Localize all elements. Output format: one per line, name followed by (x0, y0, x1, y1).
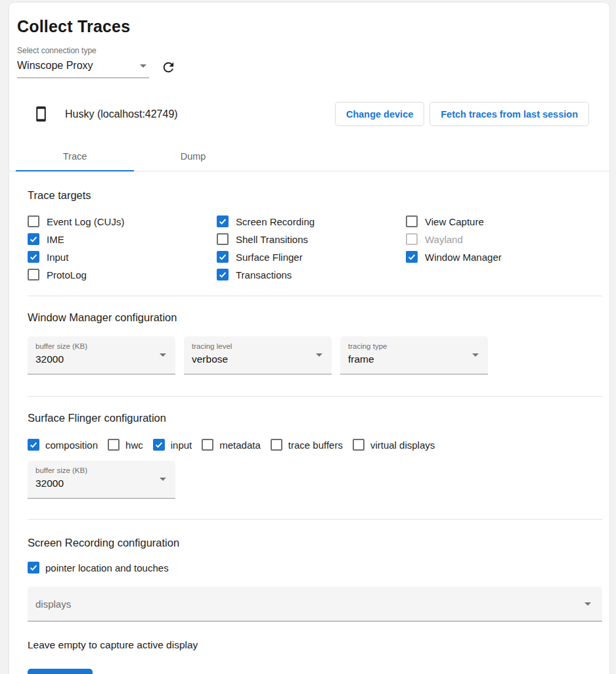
checkbox-label: hwc (125, 439, 143, 451)
window-manager-selects: buffer size (KB)32000tracing levelverbos… (28, 336, 602, 374)
checkbox-label: trace buffers (288, 439, 343, 451)
collect-traces-card: Collect Traces Select connection type Wi… (9, 3, 609, 674)
checkbox-input[interactable]: Input (28, 251, 217, 263)
checkbox-composition[interactable]: composition (28, 439, 98, 451)
chevron-down-icon (160, 478, 166, 481)
section-divider (28, 396, 602, 397)
checkbox-trace-buffers[interactable]: trace buffers (271, 439, 343, 451)
checkbox-event-log-cujs[interactable]: Event Log (CUJs) (28, 215, 217, 227)
checked-checkbox-icon (28, 233, 39, 245)
tab-trace[interactable]: Trace (16, 142, 134, 171)
refresh-icon (161, 60, 176, 77)
checkbox-metadata[interactable]: metadata (202, 439, 261, 451)
checkbox-label: Input (47, 252, 68, 263)
checkbox-label: IME (47, 234, 64, 245)
trace-targets-col-2: Screen RecordingShell TransitionsSurface… (217, 215, 406, 281)
checkbox-pointer-location-and-touches[interactable]: pointer location and touches (28, 562, 169, 573)
select-value: frame (348, 353, 464, 365)
checkbox-virtual-displays[interactable]: virtual displays (353, 439, 435, 451)
select-label: tracing level (192, 342, 308, 350)
unchecked-checkbox-icon (108, 439, 120, 451)
select-value: 32000 (35, 478, 152, 489)
checkbox-label: View Capture (425, 216, 484, 227)
unchecked-checkbox-icon (406, 233, 418, 245)
checkbox-label: Window Manager (425, 252, 502, 263)
trace-targets-grid: Event Log (CUJs)IMEInputProtoLog Screen … (28, 215, 602, 281)
device-buttons: Change device Fetch traces from last ses… (335, 102, 589, 126)
checkbox-label: Shell Transitions (236, 234, 308, 245)
connection-type-select[interactable]: Winscope Proxy (17, 58, 149, 78)
checkbox-label: ProtoLog (47, 269, 87, 281)
device-row: Husky (localhost:42749) Change device Fe… (9, 102, 609, 126)
trace-targets-col-1: Event Log (CUJs)IMEInputProtoLog (28, 215, 217, 281)
unchecked-checkbox-icon (406, 215, 418, 227)
checked-checkbox-icon (217, 269, 229, 281)
unchecked-checkbox-icon (28, 215, 39, 227)
surface-flinger-config-heading: Surface Flinger configuration (28, 412, 602, 424)
checkbox-view-capture[interactable]: View Capture (406, 215, 502, 227)
screen-recording-config-section: Screen Recording configuration pointer l… (9, 537, 609, 674)
trace-targets-heading: Trace targets (28, 189, 602, 202)
screen-recording-config-heading: Screen Recording configuration (28, 537, 602, 549)
chevron-down-icon (160, 353, 166, 357)
checkbox-label: Transactions (236, 269, 292, 281)
checkbox-ime[interactable]: IME (28, 233, 217, 245)
checkbox-surface-flinger[interactable]: Surface Flinger (217, 251, 406, 263)
select-label: buffer size (KB) (35, 342, 152, 350)
section-divider (28, 519, 602, 520)
connection-type-value: Winscope Proxy (17, 60, 93, 72)
surface-flinger-selects: buffer size (KB)32000 (28, 461, 602, 499)
checkbox-wayland: Wayland (406, 233, 502, 245)
checkbox-screen-recording[interactable]: Screen Recording (217, 215, 406, 227)
window-manager-config-heading: Window Manager configuration (28, 311, 602, 324)
displays-hint: Leave empty to capture active display (28, 639, 602, 651)
checkbox-label: Surface Flinger (236, 252, 303, 263)
checkbox-window-manager[interactable]: Window Manager (406, 251, 502, 263)
chevron-down-icon (140, 64, 146, 68)
start-trace-button[interactable]: Start trace (28, 669, 93, 674)
checkbox-label: composition (45, 439, 98, 451)
select-label: tracing type (348, 342, 464, 350)
checkbox-label: input (171, 439, 192, 451)
unchecked-checkbox-icon (271, 439, 282, 451)
checked-checkbox-icon (28, 439, 39, 451)
checkbox-transactions[interactable]: Transactions (217, 269, 406, 281)
select-tracing-level[interactable]: tracing levelverbose (184, 336, 332, 374)
surface-flinger-config-section: Surface Flinger configuration compositio… (9, 412, 609, 499)
displays-select[interactable]: displays (28, 587, 602, 621)
checked-checkbox-icon (217, 251, 229, 263)
checked-checkbox-icon (217, 215, 229, 227)
select-value: verbose (192, 353, 308, 365)
chevron-down-icon (584, 602, 591, 606)
select-tracing-type[interactable]: tracing typeframe (340, 336, 488, 374)
surface-flinger-flags: compositionhwcinputmetadatatrace buffers… (28, 439, 602, 451)
page-title: Collect Traces (17, 17, 602, 36)
checkbox-label: Wayland (425, 234, 463, 245)
select-label: buffer size (KB) (35, 466, 152, 474)
select-value: 32000 (35, 353, 152, 365)
smartphone-icon (33, 103, 49, 125)
checkbox-hwc[interactable]: hwc (108, 439, 143, 451)
checkbox-label: metadata (219, 439, 261, 451)
connection-type-label: Select connection type (17, 46, 602, 55)
refresh-connection-button[interactable] (161, 60, 176, 77)
connection-row: Winscope Proxy (17, 58, 602, 78)
checkbox-label: pointer location and touches (45, 562, 169, 573)
unchecked-checkbox-icon (217, 233, 229, 245)
unchecked-checkbox-icon (28, 269, 39, 281)
device-name: Husky (localhost:42749) (65, 108, 178, 120)
active-tab-indicator (16, 170, 134, 171)
unchecked-checkbox-icon (202, 439, 213, 451)
checkbox-protolog[interactable]: ProtoLog (28, 269, 217, 281)
change-device-button[interactable]: Change device (335, 102, 424, 126)
select-buffer-size-kb[interactable]: buffer size (KB)32000 (28, 461, 175, 499)
checkbox-shell-transitions[interactable]: Shell Transitions (217, 233, 406, 245)
checkbox-input[interactable]: input (153, 439, 192, 451)
checked-checkbox-icon (28, 562, 39, 573)
checked-checkbox-icon (406, 251, 418, 263)
fetch-traces-button[interactable]: Fetch traces from last session (429, 102, 589, 126)
tab-dump[interactable]: Dump (134, 142, 252, 171)
trace-targets-section: Trace targets Event Log (CUJs)IMEInputPr… (9, 189, 609, 281)
select-buffer-size-kb[interactable]: buffer size (KB)32000 (28, 336, 175, 374)
section-divider (28, 296, 602, 296)
